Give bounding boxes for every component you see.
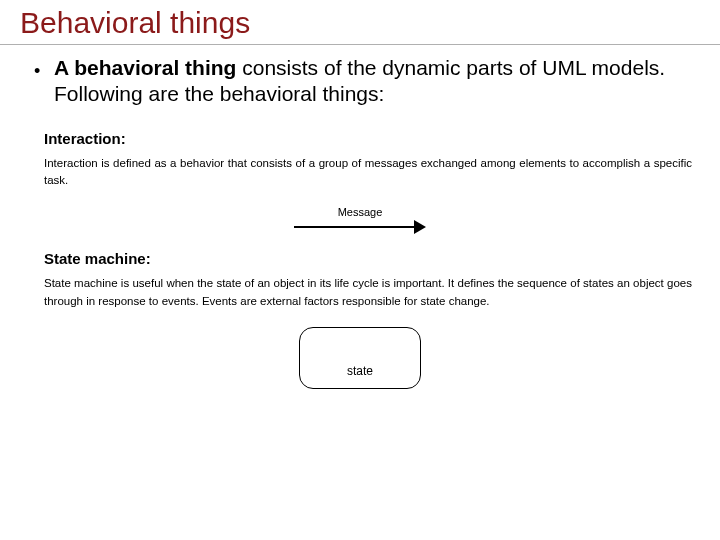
- interaction-diagram: Message: [0, 200, 720, 248]
- interaction-heading: Interaction:: [0, 128, 720, 153]
- interaction-body: Interaction is defined as a behavior tha…: [0, 153, 720, 201]
- state-machine-heading: State machine:: [0, 248, 720, 273]
- state-diagram: state: [0, 321, 720, 389]
- bullet-bold: A behavioral thing: [54, 56, 236, 79]
- bullet-marker: •: [34, 61, 40, 82]
- state-label: state: [347, 364, 373, 378]
- message-label: Message: [338, 206, 383, 218]
- bullet-text: A behavioral thing consists of the dynam…: [54, 55, 684, 108]
- page-title: Behavioral things: [0, 0, 720, 45]
- message-diagram: Message: [294, 206, 426, 234]
- arrow-icon: [294, 220, 426, 234]
- state-rounded-rect: state: [299, 327, 421, 389]
- state-machine-body: State machine is useful when the state o…: [0, 273, 720, 321]
- bullet-item: • A behavioral thing consists of the dyn…: [0, 55, 720, 108]
